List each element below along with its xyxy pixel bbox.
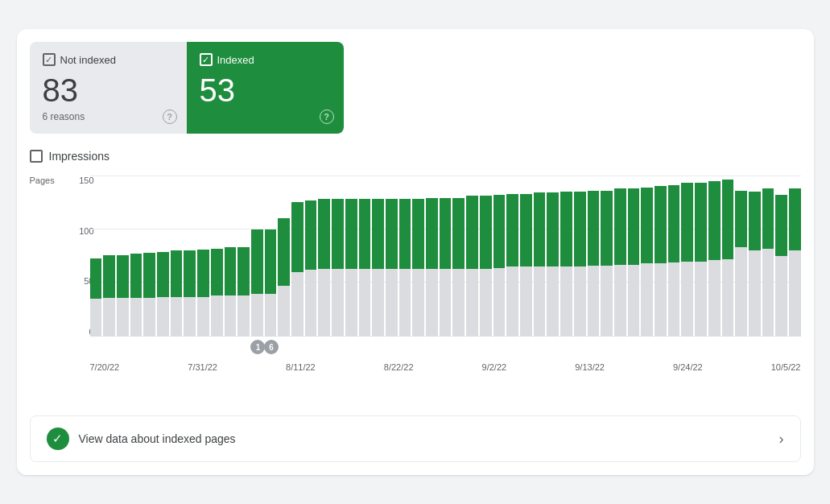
bar-group — [668, 176, 680, 337]
bar-stack — [184, 250, 196, 337]
bar-indexed — [197, 250, 209, 297]
bar-group — [171, 176, 183, 337]
bar-stack — [668, 185, 680, 337]
bar-group — [197, 176, 209, 337]
bar-indexed — [399, 199, 411, 269]
bar-group — [641, 176, 653, 337]
indexed-checkbox[interactable]: ✓ — [200, 53, 213, 66]
bar-group — [466, 176, 478, 337]
bar-indexed — [90, 258, 102, 300]
bar-indexed — [332, 199, 344, 269]
bar-not-indexed — [251, 294, 263, 337]
bar-stack — [197, 250, 209, 337]
bar-not-indexed — [197, 297, 209, 337]
bar-stack — [655, 186, 667, 337]
impressions-checkbox[interactable] — [30, 150, 43, 163]
bar-indexed — [534, 192, 546, 266]
bars-wrapper — [90, 176, 801, 337]
bar-indexed — [143, 253, 155, 298]
bar-stack — [265, 229, 277, 337]
bar-not-indexed — [237, 295, 250, 337]
bar-not-indexed — [291, 272, 304, 337]
bar-group — [628, 176, 640, 337]
bar-group — [789, 176, 800, 337]
bar-group — [237, 176, 250, 337]
bar-group — [749, 176, 761, 337]
cta-card[interactable]: ✓ View data about indexed pages › — [30, 415, 801, 462]
x-axis-label: 8/11/22 — [286, 362, 316, 372]
bar-stack — [117, 255, 129, 337]
bar-stack — [452, 198, 465, 337]
bar-indexed — [426, 198, 438, 269]
bar-group — [547, 176, 559, 337]
bar-indexed — [641, 188, 653, 264]
bar-indexed — [372, 199, 384, 269]
bar-indexed — [722, 180, 734, 259]
bar-not-indexed — [143, 298, 155, 337]
bar-group — [426, 176, 438, 337]
bar-indexed — [412, 199, 424, 269]
annotation-area: 16 — [90, 340, 801, 356]
not-indexed-help-icon[interactable]: ? — [163, 109, 177, 124]
bar-group — [359, 176, 371, 337]
not-indexed-card: ✓ Not indexed 83 6 reasons ? — [30, 42, 187, 134]
x-axis-label: 7/20/22 — [90, 362, 120, 372]
bar-indexed — [708, 181, 721, 261]
cta-label: View data about indexed pages — [79, 432, 770, 445]
bar-group — [695, 176, 707, 337]
bar-stack — [171, 250, 183, 337]
bar-indexed — [237, 247, 250, 295]
bar-stack — [749, 192, 761, 337]
bar-stack — [695, 183, 707, 337]
cta-check-icon: ✓ — [47, 428, 69, 450]
bar-indexed — [130, 254, 142, 298]
main-card: ✓ Not indexed 83 6 reasons ? ✓ Indexed 5… — [17, 29, 814, 475]
bar-not-indexed — [668, 262, 680, 337]
bar-stack — [520, 194, 532, 337]
indexed-checkmark-icon: ✓ — [202, 56, 209, 64]
not-indexed-title: Not indexed — [60, 54, 116, 66]
bar-stack — [735, 191, 747, 337]
bar-not-indexed — [466, 269, 478, 337]
x-axis-label: 10/5/22 — [771, 362, 801, 372]
bar-not-indexed — [440, 269, 452, 337]
bar-not-indexed — [372, 269, 384, 337]
bar-stack — [157, 252, 169, 337]
not-indexed-header: ✓ Not indexed — [43, 53, 174, 66]
bar-not-indexed — [412, 269, 424, 337]
bar-not-indexed — [641, 263, 653, 337]
bar-indexed — [560, 192, 572, 266]
indexed-header: ✓ Indexed — [200, 53, 331, 66]
bar-group — [614, 176, 626, 337]
indexed-title: Indexed — [217, 54, 254, 66]
bar-not-indexed — [117, 298, 129, 337]
bar-not-indexed — [359, 269, 371, 337]
bar-stack — [372, 199, 384, 337]
bar-indexed — [211, 249, 223, 296]
checkmark-icon: ✓ — [45, 56, 52, 64]
bar-group — [372, 176, 384, 337]
bar-group — [90, 176, 102, 337]
chart-area — [90, 176, 801, 337]
bar-indexed — [265, 229, 277, 294]
bar-not-indexed — [130, 298, 142, 337]
bar-not-indexed — [332, 269, 344, 337]
stat-cards: ✓ Not indexed 83 6 reasons ? ✓ Indexed 5… — [30, 42, 344, 134]
bar-not-indexed — [681, 262, 693, 337]
not-indexed-checkbox[interactable]: ✓ — [43, 53, 56, 66]
bar-group — [574, 176, 586, 337]
bar-group — [722, 176, 734, 337]
bar-indexed — [628, 188, 640, 265]
x-axis-label: 9/13/22 — [575, 362, 605, 372]
bar-stack — [359, 199, 371, 337]
bar-stack — [560, 192, 572, 337]
bar-not-indexed — [90, 299, 102, 337]
bar-not-indexed — [305, 270, 317, 337]
bar-indexed — [452, 198, 465, 269]
annotation-dot: 1 — [250, 340, 265, 354]
x-axis: 7/20/227/31/228/11/228/22/229/2/229/13/2… — [90, 362, 801, 372]
bar-stack — [305, 200, 317, 337]
chart-y-axis-label: Pages — [30, 176, 55, 185]
indexed-help-icon[interactable]: ? — [320, 109, 334, 124]
bar-stack — [708, 181, 721, 337]
